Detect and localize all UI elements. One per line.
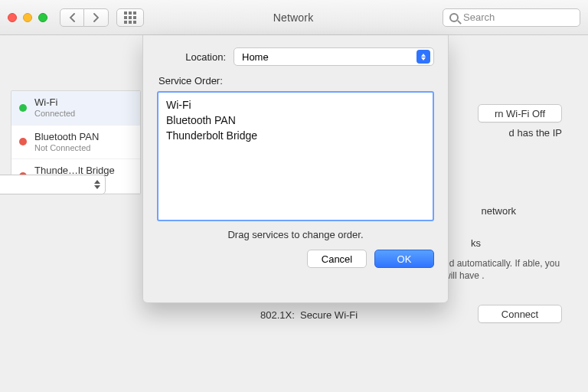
titlebar: Network Search [0,0,588,35]
search-icon [449,13,459,22]
window-controls [8,13,47,22]
service-name: Bluetooth PAN [34,132,99,143]
service-order-sheet: Location: Home Service Order: Wi-Fi Blue… [142,35,449,303]
status-dot-icon [19,104,27,112]
x8021-label: 802.1X: [260,309,295,321]
network-text-fragment: network [481,205,516,217]
x8021-row: 802.1X: Secure Wi-Fi [260,309,358,321]
location-label: Location: [157,51,226,63]
x8021-value: Secure Wi-Fi [300,309,358,321]
service-status: Not Connected [34,143,99,153]
drag-hint: Drag services to change order. [157,229,434,240]
location-select[interactable]: Home [234,47,434,66]
order-item[interactable]: Wi-Fi [166,97,425,113]
ok-button[interactable]: OK [374,250,434,268]
sidebar-item-wifi[interactable]: Wi-Fi Connected [11,91,140,126]
workspace: Wi-Fi Connected Bluetooth PAN Not Connec… [0,35,588,392]
service-order-label: Service Order: [158,75,434,87]
updown-icon [416,50,430,64]
search-placeholder: Search [463,11,495,23]
nav-segmented [60,8,109,27]
service-status: Connected [34,109,75,119]
turn-wifi-off-button[interactable]: rn Wi-Fi Off [478,104,562,122]
service-order-list[interactable]: Wi-Fi Bluetooth PAN Thunderbolt Bridge [157,91,434,221]
grid-icon [124,11,136,24]
minimize-window[interactable] [23,13,32,22]
window-title: Network [152,11,435,24]
connect-button[interactable]: Connect [478,305,562,323]
sidebar-item-bluetooth-pan[interactable]: Bluetooth PAN Not Connected [11,126,140,160]
ip-text-fragment: d has the IP [509,127,562,139]
order-item[interactable]: Thunderbolt Bridge [166,128,425,143]
stepper-icon [91,177,103,192]
back-button[interactable] [60,8,84,27]
network-name-select[interactable] [0,175,106,194]
chevron-right-icon [93,13,100,22]
status-dot-icon [19,138,27,145]
cancel-button[interactable]: Cancel [307,250,367,268]
close-window[interactable] [8,13,17,22]
service-name: Wi-Fi [34,97,75,109]
ks-text-fragment: ks [471,237,481,249]
order-item[interactable]: Bluetooth PAN [166,113,425,128]
show-all-button[interactable] [116,8,144,27]
chevron-left-icon [69,13,76,22]
zoom-window[interactable] [38,13,47,22]
forward-button[interactable] [84,8,109,27]
auto-join-text-fragment: ed automatically. If able, you will have… [444,257,567,282]
location-value: Home [242,51,269,63]
search-input[interactable]: Search [443,8,580,27]
